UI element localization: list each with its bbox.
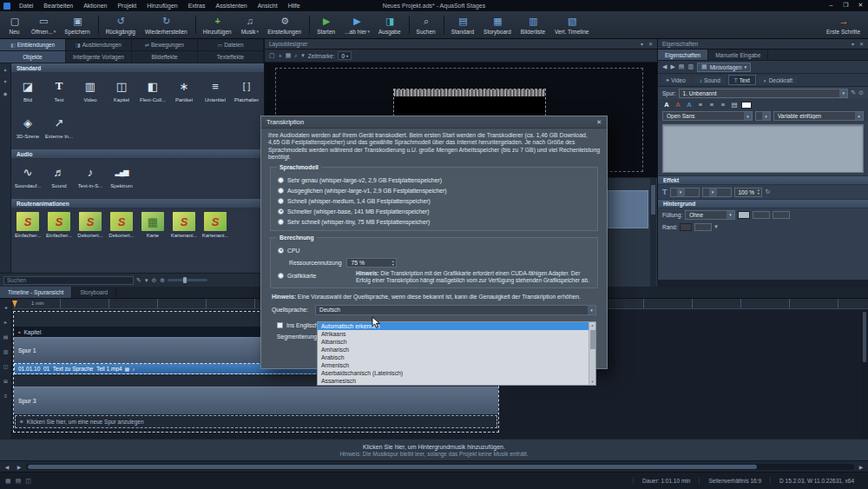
menu-item[interactable]: Bearbeiten [38, 0, 78, 11]
scrollbar-thumb[interactable] [590, 330, 595, 349]
expand-tracks-icon[interactable]: ▸ [4, 319, 7, 326]
align-center-icon[interactable]: ≡ [707, 101, 716, 109]
panel-tab[interactable]: ▭ Dateien [198, 39, 264, 50]
scroll-right-button-2[interactable]: ▶ [856, 464, 866, 470]
opacity-spinner[interactable]: 100 % ▲▼ [734, 188, 763, 197]
toolbar-button[interactable]: ♫ Musik▾ [237, 12, 264, 37]
minivorlagen-button[interactable]: ▦ Minivorlagen ▾ [697, 63, 751, 72]
object-item[interactable]: ◫ Kapitel [106, 75, 137, 111]
collapse-tracks-icon[interactable]: ◂ [4, 304, 7, 311]
object-item[interactable]: ▂▄▆ Spektrum [106, 161, 137, 197]
spin-down-icon[interactable]: ▼ [757, 192, 760, 195]
section-header-routes[interactable]: Routenanimationen [11, 199, 264, 208]
chevron-down-icon[interactable]: ▾ [839, 89, 847, 97]
dialog-titlebar[interactable]: Transkription ✕ [261, 116, 607, 129]
object-item[interactable]: ▦ Karte [137, 210, 168, 247]
zeitmarke-spinner[interactable]: 0 ▾ [338, 51, 352, 60]
text-color-swatch[interactable] [741, 102, 752, 109]
toolbar-button[interactable]: ▤ Standard [447, 12, 479, 37]
toolbar-button[interactable]: ⚙ Einstellungen [263, 12, 306, 37]
language-option[interactable]: Amharisch [318, 346, 595, 354]
toolbar-button[interactable]: ▶ Starten [312, 12, 340, 37]
object-item[interactable]: ◈ 3D-Szene [12, 111, 43, 148]
effect-combobox-1[interactable]: ▾ [670, 188, 700, 197]
scrollbar-thumb[interactable] [863, 312, 866, 362]
font-color-icon[interactable]: A [674, 101, 682, 109]
object-item[interactable]: S Dekoriert... [106, 210, 137, 247]
chevron-down-icon[interactable]: ▾ [714, 223, 718, 230]
object-item[interactable]: S Dekoriert... [75, 210, 106, 247]
fill-combobox[interactable]: Ohne ▾ [685, 210, 735, 220]
toolbar-button[interactable]: + Hinzufügen [199, 12, 237, 37]
font-family-combobox[interactable]: Open Sans ▾ [662, 111, 753, 121]
section-header-audio[interactable]: Audio [11, 149, 264, 159]
horizontal-scrollbar[interactable] [26, 464, 854, 470]
toolbar-button[interactable]: ▥ Bilderliste [516, 12, 550, 37]
scroll-down-icon[interactable]: ▼ [591, 380, 595, 384]
dropdown-scrollbar[interactable]: ▲ ▼ [589, 322, 595, 385]
background-section-header[interactable]: Hintergrund [658, 199, 868, 208]
close-icon[interactable]: ✕ [596, 119, 602, 126]
language-option[interactable]: Afrikaans [318, 330, 595, 338]
list-view-icon[interactable]: ▤ [16, 478, 22, 485]
menu-item[interactable]: Hinzufügen [141, 0, 182, 11]
section-header-standard[interactable]: Standard [11, 63, 264, 73]
toolbar-button[interactable]: ◨ Ausgabe [374, 12, 406, 37]
new-track-button[interactable]: ≡ Klicken Sie hier, um eine neue Spur an… [15, 415, 497, 428]
track-menu-icon[interactable]: ≡ [4, 393, 8, 400]
object-item[interactable]: ▥ Video [75, 75, 106, 111]
nav-back-icon[interactable]: ◀ [662, 63, 667, 70]
model-option[interactable]: Sehr genau (whisper-large-v2, 2,9 GB Fes… [278, 175, 590, 185]
minimize-button[interactable]: – [824, 0, 838, 11]
grid-view-icon[interactable]: ▦ [5, 478, 11, 485]
toolbar-button[interactable]: ▣ Speichern [60, 12, 95, 37]
border-color-swatch[interactable] [680, 223, 692, 231]
timeline-tab[interactable]: Storyboard [72, 287, 116, 298]
model-option[interactable]: Ausgeglichen (whisper-large-v1, 2,9 GB F… [278, 185, 590, 195]
toolbar-button[interactable]: → Erste Schritte [822, 12, 865, 37]
object-item[interactable]: [ ] Platzhalter [231, 75, 262, 111]
grid-tool-icon[interactable]: ▦ [286, 52, 292, 59]
toolbar-button[interactable]: ↻ Wiederherstellen [141, 12, 193, 37]
align-left-icon[interactable]: ≡ [696, 101, 705, 109]
timeline-tab[interactable]: Timeline - Spuransicht [0, 287, 72, 298]
object-item[interactable]: ♬ Sound [43, 161, 75, 197]
timeline-vertical-scrollbar[interactable] [861, 309, 868, 439]
toolbar-button[interactable] [409, 16, 410, 34]
source-language-combobox[interactable]: Deutsch ▾ [315, 305, 596, 315]
language-option[interactable]: Albanisch [318, 338, 595, 346]
toolbar-button[interactable]: ▧ Vert. Timeline [550, 12, 594, 37]
object-tab[interactable]: ◐ Deckkraft [758, 75, 799, 85]
object-tab[interactable]: T Text [728, 75, 756, 85]
chevron-down-icon[interactable]: ▾ [744, 112, 752, 120]
view-options-icon[interactable]: ▾ [301, 52, 305, 59]
menu-item[interactable]: Extras [183, 0, 211, 11]
panel-tab[interactable]: Bildeffekte [132, 51, 198, 63]
menu-item[interactable]: Assistenten [211, 0, 253, 11]
move-tool-icon[interactable]: + [279, 53, 282, 59]
zoom-out-icon[interactable]: ⊖ [151, 277, 156, 284]
scroll-up-icon[interactable]: ▲ [591, 323, 595, 327]
object-item[interactable]: ≡ Untertitel [200, 75, 231, 111]
toolbar-button[interactable]: ▶ ...ab hier▾ [340, 12, 374, 37]
chevron-down-icon[interactable]: ▾ [852, 41, 854, 47]
nav-forward-icon[interactable]: ▶ [670, 63, 674, 70]
playhead-marker[interactable] [12, 301, 17, 307]
gpu-option[interactable]: Grafikkarte [278, 270, 351, 281]
language-option[interactable]: Arabisch [318, 354, 595, 361]
font-outline-icon[interactable]: A [685, 101, 694, 109]
fill-color-swatch[interactable] [738, 211, 750, 219]
effect-combobox-2[interactable]: ▾ [702, 188, 732, 197]
select-tool-icon[interactable]: ▢ [269, 52, 275, 59]
chevron-down-icon[interactable]: ▾ [762, 112, 770, 120]
scroll-right-button[interactable]: ▶ [14, 464, 24, 470]
object-tab[interactable]: ▸ Video [661, 75, 692, 85]
maximize-button[interactable]: ❐ [838, 0, 853, 11]
effect-section-header[interactable]: Effekt [658, 175, 868, 185]
toolbar-button[interactable] [444, 16, 444, 34]
language-option[interactable]: Armenisch [318, 361, 595, 369]
tracks-view-icon[interactable]: ▤ [3, 334, 9, 340]
language-option[interactable]: Automatisch erkennen [318, 322, 595, 330]
list-format-icon[interactable]: ▤ [730, 101, 739, 109]
align-right-icon[interactable]: ≡ [719, 101, 727, 109]
